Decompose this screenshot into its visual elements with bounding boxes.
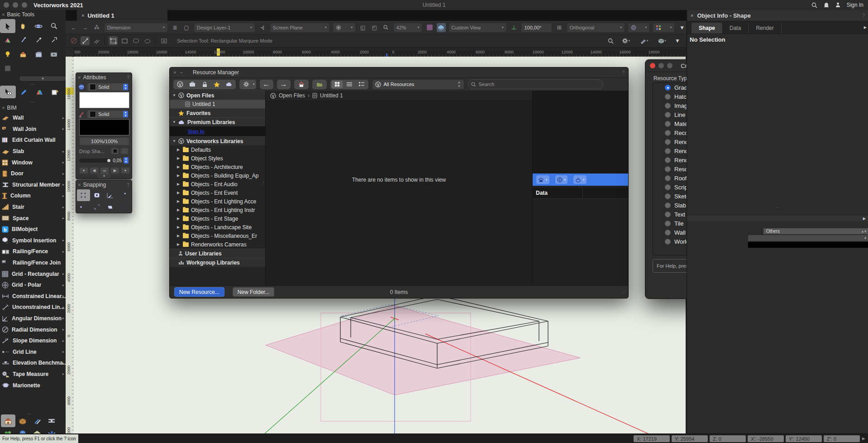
chevron-down-icon[interactable]: ▼: [172, 139, 176, 143]
close-icon[interactable]: ×: [2, 12, 5, 17]
bell-icon[interactable]: [824, 2, 829, 8]
snap-grid[interactable]: [77, 189, 90, 201]
chevron-right-icon[interactable]: ▶: [177, 225, 181, 229]
clip-cube-icon[interactable]: ▾: [655, 36, 669, 45]
sidebar-section-vectorworks-libraries[interactable]: ▼Vectorworks Libraries: [170, 136, 265, 145]
chevron-down-icon[interactable]: ▼: [172, 93, 176, 97]
layers-icon[interactable]: ≣: [171, 23, 180, 32]
radio-unselected[interactable]: [665, 184, 671, 190]
magnifier-icon[interactable]: [606, 36, 615, 45]
chevron-right-icon[interactable]: ▶: [177, 217, 181, 221]
radio-unselected[interactable]: [665, 94, 671, 100]
object-info-titlebar[interactable]: × Object Info - Shape ?: [687, 10, 868, 21]
home-button[interactable]: [294, 80, 309, 89]
bim-tool-unconstrained-lin-[interactable]: Unconstrained Lin...▸: [0, 302, 66, 313]
palette-grip[interactable]: …: [0, 81, 66, 86]
interactive-scale-both-icon[interactable]: [92, 36, 101, 45]
bim-tool-railing-fence-join[interactable]: Railing/Fence Join: [0, 257, 66, 269]
selection-options-icon[interactable]: [159, 36, 168, 45]
snap-edge[interactable]: [116, 189, 129, 201]
working-plane-icon[interactable]: [510, 23, 519, 32]
detail-view-icon[interactable]: [356, 81, 367, 88]
bim-tool-bimobject[interactable]: bBIMobject: [0, 224, 66, 235]
sidebar-folder-objects-ent-stage[interactable]: ▶Objects - Ent Stage: [170, 214, 265, 223]
rect-mode-icon[interactable]: [120, 36, 129, 45]
dimension-style-dropdown[interactable]: Dimension▾: [104, 23, 168, 33]
modebar-overflow-icon[interactable]: ▼: [673, 36, 682, 45]
list-view-icon[interactable]: [344, 81, 355, 88]
minimize-icon[interactable]: −: [180, 70, 182, 75]
tool-pan-hand[interactable]: [15, 19, 31, 33]
lock-icon[interactable]: [199, 81, 210, 88]
radio-unselected[interactable]: [665, 121, 671, 127]
collapsed-dropdown-row[interactable]: ▼: [748, 235, 868, 241]
bim-tool-edit-curtain-wall[interactable]: Edit Curtain Wall: [0, 135, 66, 146]
bim-tool-symbol-insertion[interactable]: Symbol Insertion▸: [0, 235, 66, 246]
radio-unselected[interactable]: [665, 221, 671, 226]
ellipse-mode-icon[interactable]: [131, 36, 140, 45]
new-resource-button[interactable]: New Resource...: [174, 287, 224, 297]
breadcrumb-untitled[interactable]: Untitled 1: [320, 92, 343, 99]
snap-axis[interactable]: [90, 201, 103, 213]
chevron-right-icon[interactable]: ▶: [177, 156, 181, 160]
more-attributes-button[interactable]: ▼: [121, 167, 130, 174]
bim-tool-structural-member[interactable]: Structural Member▸: [0, 179, 66, 191]
chevron-right-icon[interactable]: ▶: [177, 148, 181, 152]
grid-view-icon[interactable]: [332, 81, 343, 88]
visibility-tool-icon[interactable]: ▾: [637, 36, 651, 45]
sidebar-folder-objects-landscape-site[interactable]: ▶Objects - Landscape Site: [170, 223, 265, 231]
bim-tool-grid-rectangular[interactable]: Grid - Rectangular▸: [0, 268, 66, 279]
tab-render[interactable]: Render: [749, 23, 781, 34]
snap-angle[interactable]: [103, 189, 116, 201]
bim-tool-space[interactable]: Space▸: [0, 212, 66, 224]
design-layer-dropdown[interactable]: Design Layer-1▾: [194, 23, 255, 33]
link-attributes-button[interactable]: ∞: [100, 167, 109, 174]
drop-shadow-toggle[interactable]: [111, 148, 119, 154]
forward-button[interactable]: →: [277, 80, 291, 89]
tool-set-pens[interactable]: [30, 414, 44, 427]
fit-page-icon[interactable]: ◰: [370, 23, 379, 32]
radio-unselected[interactable]: [665, 166, 671, 172]
snap-distance[interactable]: [77, 201, 90, 213]
bim-tool-stair[interactable]: Stair▸: [0, 202, 66, 213]
tool-needle[interactable]: [15, 33, 31, 47]
sign-in-button[interactable]: Sign In: [847, 2, 863, 8]
tool-set-pencil[interactable]: [16, 86, 32, 98]
tool-walkthrough[interactable]: [15, 47, 31, 61]
bim-tool-railing-fence[interactable]: Railing/Fence▸: [0, 246, 66, 257]
render-options-dropdown[interactable]: ▾: [653, 23, 675, 33]
pen-color-swatch[interactable]: [79, 119, 129, 135]
radio-unselected[interactable]: [665, 175, 671, 181]
chevron-right-icon[interactable]: ▶: [177, 191, 181, 195]
resource-filter-dropdown[interactable]: All Resources ▲▼: [372, 79, 464, 90]
sidebar-folder-object-styles[interactable]: ▶Object Styles: [170, 154, 265, 163]
bim-tool-angular-dimension[interactable]: Angular Dimension▸: [0, 313, 66, 324]
bim-tool-wall[interactable]: Wall▸: [0, 112, 66, 124]
tool-set-cursor-eye[interactable]: [0, 86, 16, 98]
tool-wand[interactable]: [31, 33, 46, 47]
close-icon[interactable]: ×: [173, 70, 176, 75]
lasso-mode-icon[interactable]: [143, 36, 152, 45]
palette-grip[interactable]: …: [687, 204, 868, 209]
saved-views-icon[interactable]: ⁂: [92, 23, 101, 32]
resize-grip[interactable]: ⋰: [622, 290, 626, 294]
bim-tool-marionette[interactable]: Marionette: [0, 380, 66, 391]
sidebar-section-user-libraries[interactable]: User Libraries: [170, 249, 265, 258]
bim-tool-door[interactable]: Door▸: [0, 168, 66, 179]
chevron-down-icon[interactable]: ▼: [172, 120, 176, 124]
sidebar-section-premium-libraries[interactable]: ▼Premium Libraries: [170, 117, 265, 126]
premium-sign-in-link[interactable]: Sign In: [170, 126, 265, 136]
sidebar-folder-objects-ent-event[interactable]: ▶Objects - Ent Event: [170, 188, 265, 197]
disable-interactive-icon[interactable]: [69, 36, 78, 45]
tools-gear-dropdown[interactable]: ▾: [239, 80, 256, 89]
status-expand-icon[interactable]: ▶: [862, 436, 865, 441]
view-dropdown[interactable]: Custom View▾: [448, 23, 507, 33]
close-dialog-button[interactable]: [650, 63, 655, 68]
chevron-down-icon[interactable]: ▼: [864, 237, 867, 240]
chevron-right-icon[interactable]: ▶: [177, 199, 181, 203]
toolbar-overflow-icon[interactable]: ▼: [677, 23, 687, 32]
radio-unselected[interactable]: [665, 212, 671, 217]
tool-set-box-tools[interactable]: [15, 414, 30, 427]
sidebar-folder-objects-miscellaneous-er[interactable]: ▶Objects - Miscellaneous_Er: [170, 231, 265, 240]
back-icon[interactable]: ←: [69, 23, 78, 32]
